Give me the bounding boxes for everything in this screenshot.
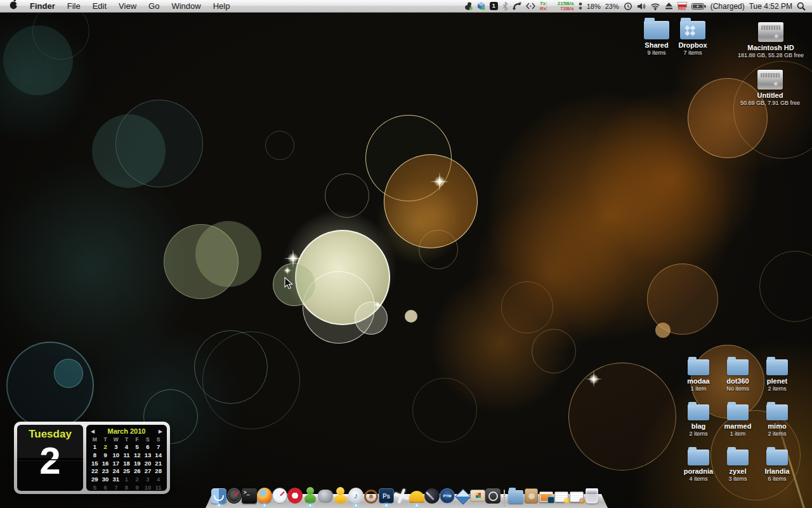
dock-item-construction-helmet-app[interactable]: [409, 486, 424, 504]
calendar-day-cell: 11: [153, 484, 164, 492]
menu-bar-status: 1 Tx:215B/s Rx:72B/s 18% 23%: [464, 1, 812, 11]
keyboard-layout-flag[interactable]: PRO: [678, 2, 687, 11]
battery-icon[interactable]: [691, 3, 706, 10]
desktop-item-untitled[interactable]: Untitled 50.69 GB, 7.91 GB free: [726, 70, 812, 107]
calendar-day-cell: 18: [121, 460, 132, 468]
spotlight-icon[interactable]: [797, 2, 806, 11]
dock-item-adium[interactable]: [303, 486, 318, 504]
desktop-folder-plenet[interactable]: plenet2 items: [757, 358, 797, 403]
item-name: marmed: [724, 422, 752, 431]
dock-item-terminal[interactable]: [242, 486, 257, 504]
desktop-folder-mimo[interactable]: mimo2 items: [757, 403, 797, 448]
dock-item-aperture-app[interactable]: [485, 486, 501, 504]
dock-item-safari[interactable]: [272, 486, 287, 504]
menu-window[interactable]: Window: [171, 0, 200, 12]
rx-label: Rx:: [540, 6, 548, 11]
calendar-day-cell: 25: [121, 467, 132, 476]
status-dots-icon[interactable]: [579, 2, 582, 10]
dock-item-gray-utility-app[interactable]: [318, 486, 333, 504]
finder-icon: [211, 488, 226, 504]
menu-clock[interactable]: Tue 4:52 PM: [749, 2, 792, 11]
calendar-day-cell: 7: [153, 443, 164, 451]
phone-icon[interactable]: [513, 2, 521, 10]
menu-app-name[interactable]: Finder: [30, 0, 55, 12]
calendar-badge-icon[interactable]: 1: [490, 2, 498, 10]
item-name: Untitled: [757, 91, 783, 100]
calendar-day-name: Tuesday: [29, 428, 72, 441]
eject-icon[interactable]: [665, 3, 673, 10]
calendar-prev-button[interactable]: ◀: [91, 429, 95, 434]
calendar-weekday-header: W: [110, 436, 121, 443]
calendar-weekday-header: F: [132, 436, 143, 443]
volume-icon[interactable]: [637, 3, 646, 10]
folder-icon: [688, 404, 709, 420]
dock-item-itunes[interactable]: [348, 486, 363, 504]
dock-item-ships-wheel-app[interactable]: [363, 486, 379, 504]
time-machine-icon[interactable]: [624, 2, 632, 11]
dashboard-icon: [226, 487, 242, 504]
apple-menu-icon[interactable]: [10, 0, 18, 13]
dock-item-stack-folder[interactable]: [508, 486, 523, 504]
menu-go[interactable]: Go: [148, 0, 159, 12]
adium-status-icon[interactable]: [464, 2, 473, 10]
menu-edit[interactable]: Edit: [93, 0, 107, 12]
dock-item-cyberduck[interactable]: [333, 486, 348, 504]
dock-item-minimized-window-firefox[interactable]: [569, 486, 584, 504]
calendar-day-cell: 26: [132, 467, 143, 476]
dock-item-photoshop[interactable]: Ps: [379, 486, 394, 504]
memory-usage[interactable]: 23%: [605, 3, 619, 10]
dock-item-finder[interactable]: [211, 486, 226, 504]
hard-drive-icon: [758, 22, 783, 42]
calendar-day-cell: 10: [143, 484, 154, 492]
pym-app-icon: PYM: [440, 488, 455, 504]
desktop-item-dropbox[interactable]: Dropbox 7 items: [661, 21, 724, 57]
trash-icon: [586, 488, 598, 504]
calendar-weekday-header: T: [100, 436, 111, 443]
dock-icons: PsPYM: [211, 486, 599, 504]
dock-item-pym-app[interactable]: PYM: [440, 486, 455, 504]
calendar-next-button[interactable]: ▶: [159, 429, 162, 434]
dock-item-virtualbox[interactable]: [455, 486, 470, 504]
dock-item-minimized-window-document[interactable]: [554, 486, 569, 504]
calendar-day-cell: 6: [100, 484, 111, 492]
running-indicator: [415, 504, 419, 507]
cpu-usage[interactable]: 18%: [587, 3, 601, 10]
menu-file[interactable]: File: [67, 0, 81, 12]
hard-drive-icon: [757, 70, 783, 90]
wifi-icon[interactable]: [650, 3, 660, 10]
calendar-day-cell: 24: [110, 467, 121, 476]
sync-cube-icon[interactable]: [477, 2, 485, 10]
desktop-folder-poradnia[interactable]: poradnia4 items: [679, 448, 718, 493]
dock-item-remote-desktop[interactable]: [470, 486, 485, 504]
item-info: 181.88 GB, 55.28 GB free: [738, 52, 804, 59]
safari-icon: [272, 488, 287, 504]
calendar-day-cell: 4: [121, 443, 132, 451]
desktop-folder-zyxel[interactable]: zyxel3 items: [718, 448, 757, 493]
dock-item-opera[interactable]: [287, 486, 303, 504]
desktop-item-macintosh-hd[interactable]: Macintosh HD 181.88 GB, 55.28 GB free: [726, 22, 812, 59]
desktop-folder-modaa[interactable]: modaa1 item: [679, 358, 718, 403]
dock-item-quicksilver[interactable]: [394, 486, 409, 504]
dock-item-separator: [501, 486, 508, 504]
dock-item-dashboard[interactable]: [226, 486, 242, 504]
code-brackets-icon[interactable]: [526, 3, 535, 10]
item-name: Macintosh HD: [747, 44, 794, 52]
menu-help[interactable]: Help: [213, 0, 230, 12]
item-name: mimo: [768, 422, 786, 431]
network-throughput[interactable]: Tx:215B/s Rx:72B/s: [540, 1, 574, 11]
desktop-folder-Irlandia[interactable]: Irlandia6 items: [757, 448, 797, 493]
calendar-day-cell: 12: [132, 451, 143, 460]
dock-item-paint-app[interactable]: [424, 486, 440, 504]
photoshop-icon: Ps: [379, 488, 394, 504]
menu-view[interactable]: View: [119, 0, 136, 12]
calendar-weekday-header: S: [153, 436, 164, 443]
desktop-folder-marmed[interactable]: marmed1 item: [718, 403, 757, 448]
calendar-day-cell: 30: [100, 476, 111, 484]
desktop-folder-blag[interactable]: blag2 items: [679, 403, 718, 448]
desktop-folder-dot360[interactable]: dot360No items: [718, 358, 757, 403]
dock-item-trash[interactable]: [584, 486, 599, 504]
bluetooth-icon[interactable]: [502, 2, 508, 11]
dock-item-minimized-window-photoshop[interactable]: [539, 486, 554, 504]
dock-item-archive-box[interactable]: [523, 486, 539, 504]
dock-item-firefox[interactable]: [257, 486, 272, 504]
